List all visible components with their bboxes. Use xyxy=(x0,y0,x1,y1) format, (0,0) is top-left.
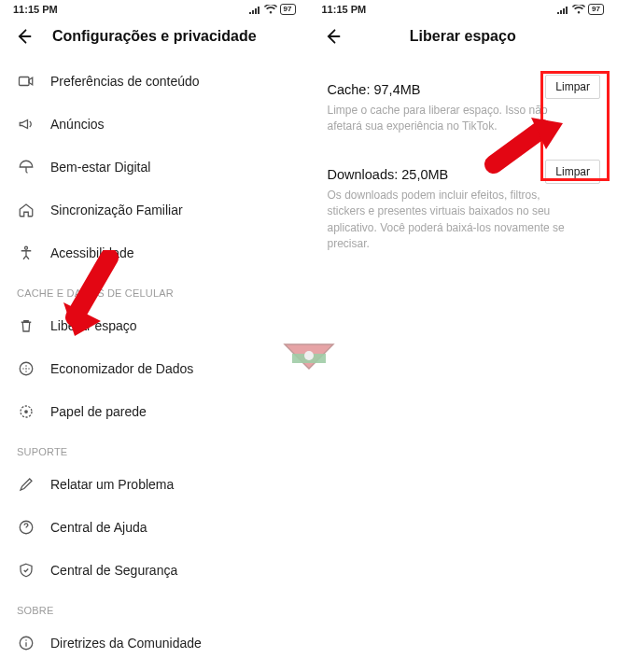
status-time: 11:15 PM xyxy=(13,4,58,15)
status-bar: 11:15 PM 97 xyxy=(0,0,309,17)
free-space-screen: 11:15 PM 97 Liberar espaço Cache: 97,4MB… xyxy=(309,0,618,672)
back-icon[interactable] xyxy=(13,26,34,47)
svg-point-4 xyxy=(24,410,28,413)
row-data-saver[interactable]: Economizador de Dados xyxy=(0,347,309,390)
wifi-icon xyxy=(572,5,585,14)
clear-downloads-button[interactable]: Limpar xyxy=(545,160,600,184)
wifi-icon xyxy=(264,5,277,14)
row-label: Papel de parede xyxy=(50,404,147,419)
row-accessibility[interactable]: Acessibilidade xyxy=(0,231,309,274)
row-label: Central de Ajuda xyxy=(50,520,147,535)
data-saver-icon xyxy=(17,359,35,378)
megaphone-icon xyxy=(17,115,35,133)
home-icon xyxy=(17,201,35,219)
signal-icon xyxy=(557,5,569,14)
row-label: Acessibilidade xyxy=(50,245,134,260)
help-icon xyxy=(17,518,35,537)
row-label: Sincronização Familiar xyxy=(50,203,183,217)
svg-point-7 xyxy=(25,639,27,641)
section-support: SUPORTE xyxy=(0,433,309,463)
status-bar: 11:15 PM 97 xyxy=(309,0,618,17)
row-label: Liberar espaço xyxy=(50,318,137,333)
row-label: Relatar um Problema xyxy=(50,477,174,492)
accessibility-icon xyxy=(17,244,35,262)
row-label: Central de Segurança xyxy=(50,563,177,578)
row-free-up-space[interactable]: Liberar espaço xyxy=(0,304,309,347)
section-about: SOBRE xyxy=(0,592,309,622)
row-ads[interactable]: Anúncios xyxy=(0,103,309,146)
row-wallpaper[interactable]: Papel de parede xyxy=(0,390,309,433)
cache-desc: Limpe o cache para liberar espaço. Isso … xyxy=(328,103,570,135)
header: Liberar espaço xyxy=(309,17,618,60)
page-title: Liberar espaço xyxy=(343,28,605,45)
battery-icon: 97 xyxy=(280,4,296,15)
row-community-guidelines[interactable]: Diretrizes da Comunidade xyxy=(0,622,309,665)
back-icon[interactable] xyxy=(322,26,343,47)
row-label: Anúncios xyxy=(50,117,105,132)
row-report-problem[interactable]: Relatar um Problema xyxy=(0,463,309,506)
status-time: 11:15 PM xyxy=(322,4,367,15)
video-icon xyxy=(17,72,35,91)
status-indicators: 97 xyxy=(249,4,296,15)
header: Configurações e privacidade xyxy=(0,17,309,60)
signal-icon xyxy=(249,5,261,14)
wallpaper-icon xyxy=(17,402,35,421)
settings-screen: 11:15 PM 97 Configurações e privacidade … xyxy=(0,0,309,672)
row-safety-center[interactable]: Central de Segurança xyxy=(0,549,309,592)
info-icon xyxy=(17,634,35,652)
clear-cache-button[interactable]: Limpar xyxy=(545,75,600,99)
downloads-desc: Os downloads podem incluir efeitos, filt… xyxy=(328,188,570,253)
row-label: Preferências de conteúdo xyxy=(50,74,200,89)
downloads-block: Downloads: 25,0MB Os downloads podem inc… xyxy=(309,161,618,253)
row-label: Economizador de Dados xyxy=(50,361,193,376)
svg-rect-0 xyxy=(20,77,30,86)
shield-check-icon xyxy=(17,561,35,580)
trash-icon xyxy=(17,316,35,335)
row-label: Diretrizes da Comunidade xyxy=(50,636,202,651)
row-digital-wellbeing[interactable]: Bem-estar Digital xyxy=(0,146,309,189)
row-content-preferences[interactable]: Preferências de conteúdo xyxy=(0,60,309,103)
umbrella-icon xyxy=(17,158,35,176)
battery-icon: 97 xyxy=(588,4,604,15)
cache-block: Cache: 97,4MB Limpe o cache para liberar… xyxy=(309,77,618,135)
page-title: Configurações e privacidade xyxy=(34,28,296,45)
row-help-center[interactable]: Central de Ajuda xyxy=(0,506,309,549)
pencil-icon xyxy=(17,475,35,494)
row-family-pairing[interactable]: Sincronização Familiar xyxy=(0,189,309,231)
svg-point-1 xyxy=(25,246,28,249)
row-label: Bem-estar Digital xyxy=(50,160,150,175)
status-indicators: 97 xyxy=(557,4,604,15)
section-cache: CACHE E DADOS DE CELULAR xyxy=(0,274,309,304)
